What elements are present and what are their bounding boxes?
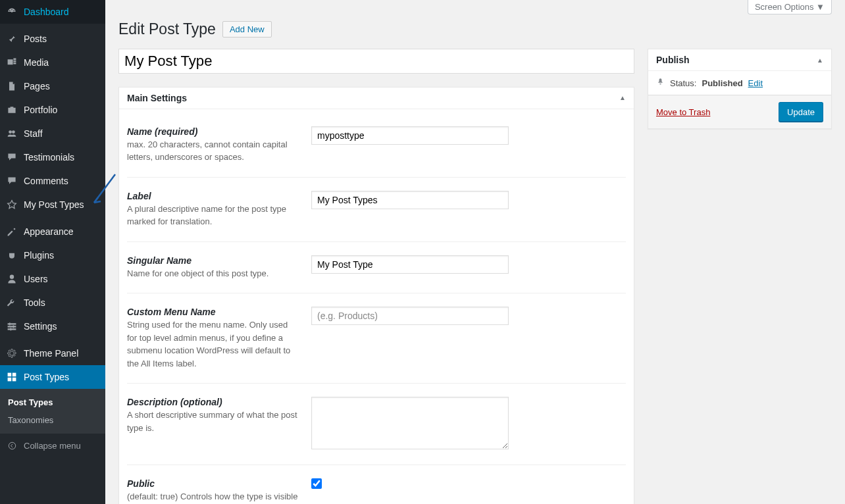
sidebar-label: Appearance — [24, 226, 74, 237]
sidebar-label: My Post Types — [24, 199, 84, 210]
screen-options-button[interactable]: Screen Options ▼ — [748, 0, 832, 14]
testimonials-icon — [5, 151, 18, 164]
content-area: Screen Options ▼ Edit Post Type Add New … — [105, 0, 845, 504]
field-label-desc: A plural descriptive name for the post t… — [127, 203, 298, 228]
submenu-item-taxonomies[interactable]: Taxonomies — [0, 411, 105, 429]
sidebar-item-portfolio[interactable]: Portfolio — [0, 98, 105, 122]
sidebar-label: Settings — [24, 321, 57, 332]
field-name-title: Name (required) — [127, 126, 298, 137]
sidebar-item-media[interactable]: Media — [0, 51, 105, 74]
toggle-publish-icon[interactable]: ▲ — [817, 57, 823, 64]
sidebar-label: Portfolio — [24, 105, 57, 115]
svg-rect-10 — [13, 373, 16, 377]
sidebar-item-posttypes[interactable]: Post Types — [0, 365, 105, 389]
sidebar-item-staff[interactable]: Staff — [0, 122, 105, 145]
field-singular-desc: Name for one object of this post type. — [127, 267, 298, 280]
grid-icon — [5, 370, 18, 384]
sidebar-label: Plugins — [24, 250, 54, 261]
publish-heading: Publish — [656, 55, 690, 65]
sidebar-submenu: Post Types Taxonomies — [0, 389, 105, 434]
sidebar-label: Theme Panel — [24, 348, 78, 359]
sidebar-item-appearance[interactable]: Appearance — [0, 220, 105, 243]
field-description-title: Description (optional) — [127, 397, 298, 407]
submenu-item-posttypes[interactable]: Post Types — [0, 393, 105, 411]
field-name-desc: max. 20 characters, cannot contain capit… — [127, 138, 298, 164]
field-singular-title: Singular Name — [127, 255, 298, 266]
singular-name-input[interactable] — [311, 255, 509, 274]
sidebar-label: Users — [24, 274, 48, 284]
pin-icon — [5, 32, 18, 45]
sidebar-item-themepanel[interactable]: Theme Panel — [0, 341, 105, 365]
sidebar-item-myposttypes[interactable]: My Post Types — [0, 193, 105, 216]
sidebar-item-tools[interactable]: Tools — [0, 291, 105, 315]
field-description-desc: A short descriptive summary of what the … — [127, 409, 298, 434]
sidebar-item-testimonials[interactable]: Testimonials — [0, 145, 105, 169]
sidebar-label: Post Types — [24, 372, 69, 382]
plugins-icon — [5, 249, 18, 262]
sidebar-item-comments[interactable]: Comments — [0, 169, 105, 193]
status-pin-icon — [656, 78, 665, 88]
field-menuname-desc: String used for the menu name. Only used… — [127, 318, 298, 370]
main-settings-heading: Main Settings — [127, 93, 187, 103]
staff-icon — [5, 127, 18, 140]
collapse-icon — [5, 439, 18, 452]
svg-rect-8 — [11, 328, 12, 330]
label-input[interactable] — [311, 191, 509, 209]
sidebar-item-posts[interactable]: Posts — [0, 27, 105, 51]
menu-name-input[interactable] — [311, 307, 509, 325]
collapse-menu[interactable]: Collapse menu — [0, 434, 105, 457]
toggle-box-icon[interactable]: ▲ — [619, 94, 626, 101]
sidebar-item-settings[interactable]: Settings — [0, 315, 105, 338]
users-icon — [5, 272, 18, 286]
sidebar-label: Staff — [24, 128, 43, 139]
svg-rect-12 — [13, 378, 16, 382]
pages-icon — [5, 80, 18, 93]
svg-rect-9 — [8, 373, 12, 377]
sidebar-item-users[interactable]: Users — [0, 267, 105, 291]
status-value: Published — [702, 78, 742, 88]
tools-icon — [5, 296, 18, 309]
description-textarea[interactable] — [311, 397, 509, 449]
sidebar-label: Media — [24, 57, 49, 68]
comments-icon — [5, 174, 18, 188]
admin-sidebar: Dashboard Posts Media Pages Portfolio St… — [0, 0, 105, 504]
svg-point-2 — [10, 275, 14, 279]
add-new-button[interactable]: Add New — [222, 21, 272, 38]
publish-box: Publish ▲ Status: Published Edit Move to… — [648, 49, 832, 129]
media-icon — [5, 56, 18, 69]
sidebar-item-plugins[interactable]: Plugins — [0, 243, 105, 267]
post-title-input[interactable] — [118, 49, 634, 74]
sidebar-item-dashboard[interactable]: Dashboard — [0, 0, 105, 24]
field-menuname-title: Custom Menu Name — [127, 307, 298, 317]
svg-point-0 — [9, 130, 12, 134]
svg-rect-11 — [8, 378, 12, 382]
field-public-desc: (default: true) Controls how the type is… — [127, 490, 298, 504]
sidebar-item-pages[interactable]: Pages — [0, 74, 105, 98]
settings-icon — [5, 320, 18, 333]
svg-rect-3 — [8, 323, 16, 324]
sidebar-label: Tools — [24, 297, 45, 308]
public-checkbox[interactable] — [311, 478, 322, 489]
sidebar-label: Dashboard — [24, 7, 69, 17]
svg-rect-7 — [13, 325, 14, 328]
status-label: Status: — [670, 78, 696, 88]
update-button[interactable]: Update — [779, 102, 823, 122]
portfolio-icon — [5, 103, 18, 116]
page-title: Edit Post Type — [118, 20, 216, 38]
edit-status-link[interactable]: Edit — [748, 78, 763, 88]
field-label-title: Label — [127, 191, 298, 201]
svg-rect-6 — [9, 322, 11, 325]
sidebar-label: Posts — [24, 34, 47, 44]
name-input[interactable] — [311, 126, 509, 145]
sidebar-label: Comments — [24, 176, 68, 186]
collapse-label: Collapse menu — [24, 441, 81, 451]
sidebar-label: Pages — [24, 81, 50, 91]
main-settings-box: Main Settings ▲ Name (required) max. 20 … — [118, 87, 634, 504]
field-public-title: Public — [127, 478, 298, 489]
appearance-icon — [5, 225, 18, 238]
sidebar-label: Testimonials — [24, 152, 74, 163]
svg-point-1 — [12, 130, 15, 134]
move-to-trash-link[interactable]: Move to Trash — [656, 107, 710, 117]
dashboard-icon — [5, 5, 18, 18]
gear-icon — [5, 347, 18, 360]
